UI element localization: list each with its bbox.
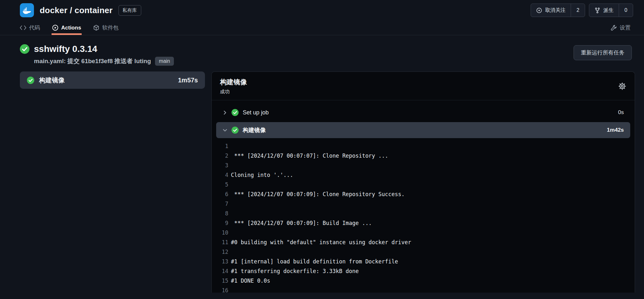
job-panel-header: 构建镜像 成功: [212, 72, 635, 100]
tab-settings-label: 设置: [620, 24, 631, 31]
unwatch-label: 取消关注: [545, 7, 566, 14]
log-line-text: *** [2024/12/07 00:07:07]: Clone Reposit…: [231, 151, 388, 161]
log-line[interactable]: 11#0 building with "default" instance us…: [212, 237, 635, 247]
rerun-all-jobs-button[interactable]: 重新运行所有任务: [574, 45, 632, 60]
job-name: 构建镜像: [39, 76, 65, 85]
log-line-number: 1: [212, 141, 228, 151]
log-line[interactable]: 10: [212, 228, 635, 237]
jobs-sidebar: 构建镜像 1m57s: [20, 71, 205, 293]
step-duration: 1m42s: [607, 127, 624, 133]
log-line-number: 2: [212, 151, 228, 161]
branch-badge[interactable]: main: [155, 57, 174, 66]
fork-button[interactable]: 派生 0: [589, 4, 633, 17]
tab-settings[interactable]: 设置: [611, 21, 631, 35]
job-panel-header-text: 构建镜像 成功: [220, 78, 247, 95]
log-line-number: 11: [212, 237, 228, 247]
unwatch-button-main: 取消关注: [531, 4, 571, 17]
step-row-setup-job[interactable]: Set up job 0s: [212, 104, 635, 121]
job-duration: 1m57s: [178, 77, 198, 84]
job-log-panel: 构建镜像 成功: [211, 71, 635, 293]
log-line-number: 15: [212, 276, 228, 286]
tab-packages-label: 软件包: [102, 24, 118, 31]
unwatch-button[interactable]: 取消关注 2: [531, 4, 585, 17]
forks-count[interactable]: 0: [619, 4, 633, 17]
run-commit-info[interactable]: main.yaml: 提交 61be1f3ef8 推送者 luting: [34, 57, 151, 65]
repo-tabbar: 代码 Actions 软件包 设置: [0, 21, 644, 35]
tab-code-label: 代码: [29, 24, 40, 31]
repo-header: docker / container 私有库 取消关注 2: [0, 0, 644, 21]
tab-packages[interactable]: 软件包: [93, 21, 118, 35]
log-line-number: 16: [212, 286, 228, 293]
gear-icon[interactable]: [618, 82, 626, 90]
visibility-badge: 私有库: [118, 5, 141, 16]
eye-icon: [536, 7, 542, 13]
step-log: 1 2 *** [2024/12/07 00:07:07]: Clone Rep…: [212, 138, 635, 293]
log-line-number: 10: [212, 228, 228, 237]
step-row-build-image[interactable]: 构建镜像 1m42s: [216, 122, 630, 138]
job-steps: Set up job 0s 构建镜像 1m42s: [212, 100, 635, 138]
log-line-number: 14: [212, 266, 228, 276]
step-success-check-icon: [232, 127, 239, 134]
code-icon: [20, 25, 26, 30]
run-title: sshwifty 0.3.14: [34, 44, 97, 54]
chevron-right-icon: [223, 110, 227, 115]
log-line-text: Cloning into '.'...: [231, 170, 293, 180]
step-name: 构建镜像: [243, 126, 266, 134]
log-line[interactable]: 1: [212, 141, 635, 151]
repo-avatar[interactable]: [20, 3, 34, 17]
fork-label: 派生: [603, 7, 614, 14]
fork-icon: [594, 7, 600, 13]
job-success-check-icon: [27, 77, 34, 84]
log-line[interactable]: 13#1 [internal] load build definition fr…: [212, 257, 635, 266]
log-line[interactable]: 12: [212, 247, 635, 257]
log-line-text: #1 DONE 0.0s: [231, 276, 270, 286]
watchers-count[interactable]: 2: [571, 4, 585, 17]
log-line-number: 6: [212, 189, 228, 199]
tab-code[interactable]: 代码: [20, 21, 40, 35]
log-line-text: *** [2024/12/07 00:07:09]: Build Image .…: [231, 218, 372, 228]
log-line-text: #1 transferring dockerfile: 3.33kB done: [231, 266, 359, 276]
chevron-down-icon: [223, 128, 227, 133]
log-line[interactable]: 6 *** [2024/12/07 00:07:09]: Clone Repos…: [212, 189, 635, 199]
log-line-text: #0 building with "default" instance usin…: [231, 237, 411, 247]
log-line-number: 9: [212, 218, 228, 228]
step-duration: 0s: [618, 109, 624, 116]
log-line-number: 7: [212, 199, 228, 209]
log-line-number: 12: [212, 247, 228, 257]
job-item-build-image[interactable]: 构建镜像 1m57s: [20, 71, 205, 89]
step-success-check-icon: [232, 109, 239, 116]
log-line[interactable]: 7: [212, 199, 635, 209]
log-line-number: 3: [212, 161, 228, 170]
log-line-text: *** [2024/12/07 00:07:09]: Clone Reposit…: [231, 189, 404, 199]
run-main: 构建镜像 1m57s 构建镜像 成功: [0, 71, 644, 293]
package-icon: [93, 25, 99, 31]
header-actions: 取消关注 2 派生 0: [531, 4, 633, 17]
log-line[interactable]: 14#1 transferring dockerfile: 3.33kB don…: [212, 266, 635, 276]
log-line[interactable]: 8: [212, 209, 635, 218]
job-status: 成功: [220, 89, 247, 95]
wrench-icon: [611, 25, 617, 31]
log-line-text: #1 [internal] load build definition from…: [231, 257, 398, 266]
log-line[interactable]: 3: [212, 161, 635, 170]
tab-actions-label: Actions: [61, 25, 81, 31]
run-header-left: sshwifty 0.3.14 main.yaml: 提交 61be1f3ef8…: [20, 44, 574, 66]
play-circle-icon: [52, 25, 58, 31]
job-panel-title: 构建镜像: [220, 78, 247, 87]
run-success-check-icon: [20, 44, 29, 54]
tab-actions[interactable]: Actions: [52, 21, 81, 35]
log-line[interactable]: 15#1 DONE 0.0s: [212, 276, 635, 286]
step-name: Set up job: [243, 109, 269, 116]
log-line[interactable]: 5: [212, 180, 635, 189]
log-line-number: 8: [212, 209, 228, 218]
log-line[interactable]: 9 *** [2024/12/07 00:07:09]: Build Image…: [212, 218, 635, 228]
log-line-number: 13: [212, 257, 228, 266]
run-header: sshwifty 0.3.14 main.yaml: 提交 61be1f3ef8…: [0, 35, 644, 71]
docker-logo-icon: [22, 5, 32, 15]
log-line[interactable]: 4Cloning into '.'...: [212, 170, 635, 180]
fork-button-main: 派生: [589, 4, 619, 17]
log-line[interactable]: 2 *** [2024/12/07 00:07:07]: Clone Repos…: [212, 151, 635, 161]
repo-title[interactable]: docker / container: [40, 5, 113, 15]
log-line[interactable]: 16: [212, 286, 635, 293]
log-line-number: 5: [212, 180, 228, 189]
log-line-number: 4: [212, 170, 228, 180]
